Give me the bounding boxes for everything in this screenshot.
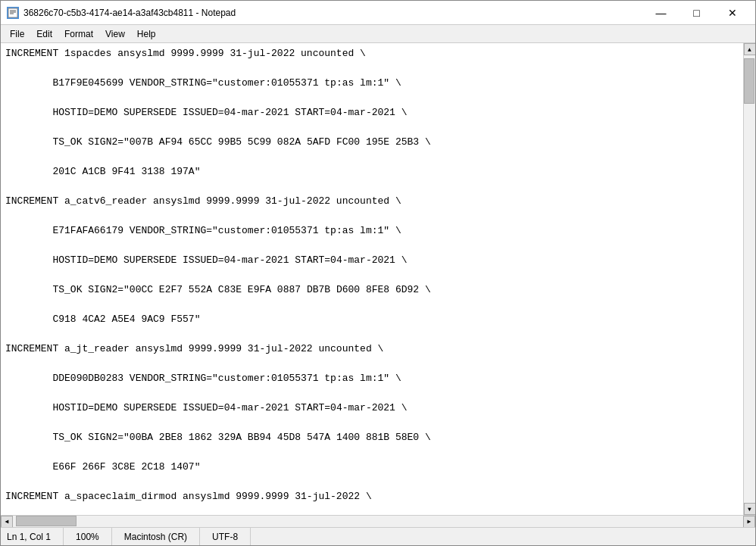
title-bar: 36826c70-c5b3-4174-ae14-a3af43cb4811 - N… <box>1 1 755 25</box>
menu-format[interactable]: Format <box>58 27 99 41</box>
zoom-level: 100% <box>64 528 112 545</box>
cursor-position: Ln 1, Col 1 <box>1 528 64 545</box>
menu-edit[interactable]: Edit <box>30 27 58 41</box>
window-title: 36826c70-c5b3-4174-ae14-a3af43cb4811 - N… <box>23 8 236 18</box>
close-button[interactable]: ✕ <box>715 5 749 21</box>
vertical-scrollbar[interactable]: ▲ ▼ <box>743 43 755 515</box>
maximize-button[interactable]: □ <box>679 5 714 21</box>
status-bar: Ln 1, Col 1 100% Macintosh (CR) UTF-8 <box>1 527 755 545</box>
scroll-track-h[interactable] <box>13 516 743 527</box>
encoding: UTF-8 <box>200 528 251 545</box>
menu-bar: File Edit Format View Help <box>1 25 755 43</box>
menu-help[interactable]: Help <box>131 27 162 41</box>
text-editor[interactable]: INCREMENT 1spacdes ansyslmd 9999.9999 31… <box>1 43 743 515</box>
notepad-window: 36826c70-c5b3-4174-ae14-a3af43cb4811 - N… <box>0 0 756 546</box>
scroll-up-arrow[interactable]: ▲ <box>744 43 756 55</box>
minimize-button[interactable]: — <box>644 5 678 21</box>
scroll-thumb-v[interactable] <box>744 58 754 104</box>
scroll-track-v[interactable] <box>744 55 755 503</box>
scroll-left-arrow[interactable]: ◀ <box>1 516 13 528</box>
menu-file[interactable]: File <box>4 27 30 41</box>
bottom-area: ◀ ▶ Ln 1, Col 1 100% Macintosh (CR) UTF-… <box>1 515 755 545</box>
editor-area: INCREMENT 1spacdes ansyslmd 9999.9999 31… <box>1 43 755 515</box>
title-bar-buttons: — □ ✕ <box>644 5 749 21</box>
line-ending: Macintosh (CR) <box>112 528 200 545</box>
notepad-icon <box>7 7 19 19</box>
title-bar-left: 36826c70-c5b3-4174-ae14-a3af43cb4811 - N… <box>7 7 236 19</box>
scroll-thumb-h[interactable] <box>16 516 77 526</box>
scroll-down-arrow[interactable]: ▼ <box>744 503 756 515</box>
scroll-right-arrow[interactable]: ▶ <box>743 516 755 528</box>
svg-rect-0 <box>8 8 17 17</box>
horizontal-scrollbar[interactable]: ◀ ▶ <box>1 515 755 527</box>
menu-view[interactable]: View <box>99 27 131 41</box>
